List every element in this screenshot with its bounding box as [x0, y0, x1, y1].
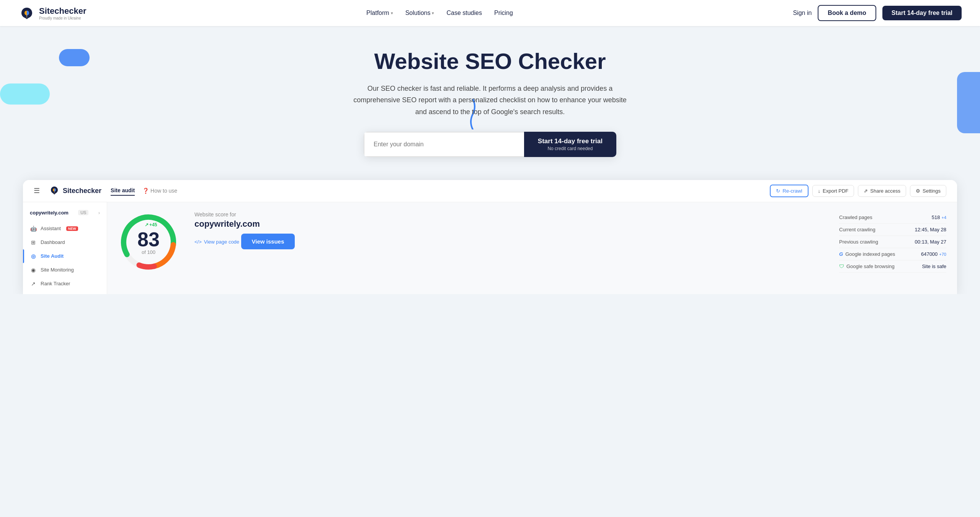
stat-google-indexed: G Google indexed pages 647000+70 [839, 248, 946, 260]
hero-description: Our SEO checker is fast and reliable. It… [352, 83, 628, 118]
recrawl-button[interactable]: ↻ Re-crawl [770, 185, 808, 197]
chevron-down-icon: ▾ [432, 11, 434, 16]
settings-button[interactable]: ⚙ Settings [910, 185, 946, 197]
sidebar: copywritely.com US › 🤖 Assistant NEW ⊞ D… [23, 202, 107, 294]
hamburger-icon[interactable]: ☰ [34, 187, 40, 195]
score-number: 83 [137, 229, 160, 249]
nav-actions: Sign in Book a demo Start 14-day free tr… [793, 5, 962, 21]
score-trend: ↗ +45 [145, 222, 157, 227]
audit-icon: ◎ [30, 253, 37, 260]
logo-icon [18, 5, 35, 21]
sidebar-site-row[interactable]: copywritely.com US › [23, 207, 107, 219]
brand-name: Sitechecker [39, 6, 87, 16]
tab-how-to-use[interactable]: ❓ How to use [142, 188, 177, 194]
stats-panel: Crawled pages 518+4 Current crawling 12:… [839, 211, 946, 273]
sidebar-site-name: copywritely.com [30, 210, 69, 216]
hero-section: Website SEO Checker Our SEO checker is f… [0, 26, 980, 172]
stat-previous-crawling: Previous crawling 00:13, May 27 [839, 236, 946, 248]
score-section: 83 of 100 ↗ +45 Website score for copywr… [118, 211, 946, 273]
dashboard-topbar: ☰ Sitechecker Site audit ❓ How to use [23, 180, 957, 202]
trend-up-icon: ↗ [145, 222, 149, 227]
brand-sub: Proudly made in Ukraine [39, 16, 87, 20]
hero-title: Website SEO Checker [8, 49, 972, 74]
shield-icon: 🛡 [839, 263, 844, 269]
score-info: Website score for copywritely.com </> Vi… [194, 211, 824, 251]
score-site-name: copywritely.com [194, 219, 824, 229]
score-center: 83 of 100 [137, 229, 160, 255]
rank-icon: ↗ [30, 280, 37, 287]
sidebar-item-assistant[interactable]: 🤖 Assistant NEW [23, 222, 107, 236]
dashboard-logo: Sitechecker [49, 185, 101, 196]
sidebar-item-rank-tracker[interactable]: ↗ Rank Tracker [23, 277, 107, 291]
dashboard-tabs: Site audit ❓ How to use [111, 186, 177, 196]
help-circle-icon: ❓ [142, 188, 149, 194]
hero-input-row: Start 14-day free trial No credit card n… [364, 132, 616, 157]
dashboard-main: 83 of 100 ↗ +45 Website score for copywr… [107, 202, 957, 294]
chevron-right-icon: › [98, 210, 100, 216]
stat-current-crawling: Current crawling 12:45, May 28 [839, 224, 946, 236]
hero-decoration-blob2 [0, 83, 50, 105]
nav-case-studies[interactable]: Case studies [446, 10, 482, 16]
score-circle: 83 of 100 ↗ +45 [118, 211, 179, 273]
hero-cta-button[interactable]: Start 14-day free trial No credit card n… [524, 132, 616, 157]
share-icon: ⇗ [864, 188, 868, 194]
sign-in-button[interactable]: Sign in [793, 10, 812, 16]
stat-safe-browsing: 🛡 Google safe browsing Site is safe [839, 260, 946, 273]
dashboard-card: ☰ Sitechecker Site audit ❓ How to use [23, 180, 957, 294]
view-page-code-link[interactable]: </> View page code [194, 239, 239, 245]
monitoring-icon: ◉ [30, 267, 37, 273]
sidebar-item-site-monitoring[interactable]: ◉ Site Monitoring [23, 263, 107, 277]
assistant-icon: 🤖 [30, 225, 37, 232]
sidebar-item-site-audit[interactable]: ◎ Site Audit [23, 249, 107, 263]
gear-icon: ⚙ [916, 188, 920, 194]
domain-input[interactable] [364, 132, 524, 157]
book-demo-button[interactable]: Book a demo [818, 5, 876, 21]
score-site-label: Website score for [194, 211, 824, 218]
topbar-right: ↻ Re-crawl ↓ Export PDF ⇗ Share access ⚙… [770, 185, 946, 197]
dashboard-icon: ⊞ [30, 239, 37, 246]
code-icon: </> [194, 239, 202, 245]
dashboard-preview: ☰ Sitechecker Site audit ❓ How to use [0, 172, 980, 294]
google-icon: G [839, 251, 843, 257]
topbar-left: ☰ Sitechecker Site audit ❓ How to use [34, 185, 177, 196]
share-access-button[interactable]: ⇗ Share access [858, 185, 906, 197]
navbar: Sitechecker Proudly made in Ukraine Plat… [0, 0, 980, 26]
nav-solutions[interactable]: Solutions ▾ [405, 10, 434, 16]
logo[interactable]: Sitechecker Proudly made in Ukraine [18, 5, 87, 21]
export-pdf-button[interactable]: ↓ Export PDF [812, 185, 854, 197]
start-trial-button[interactable]: Start 14-day free trial [882, 6, 962, 20]
hero-decoration-blob3 [957, 72, 980, 133]
nav-platform[interactable]: Platform ▾ [366, 10, 393, 16]
nav-pricing[interactable]: Pricing [494, 10, 513, 16]
stat-crawled-pages: Crawled pages 518+4 [839, 211, 946, 224]
sidebar-site-region: US [78, 210, 88, 215]
sidebar-item-dashboard[interactable]: ⊞ Dashboard [23, 236, 107, 249]
dashboard-logo-icon [49, 185, 60, 196]
nav-links: Platform ▾ Solutions ▾ Case studies Pric… [366, 10, 513, 16]
recrawl-icon: ↻ [776, 188, 780, 194]
new-badge: NEW [66, 226, 78, 231]
download-icon: ↓ [818, 188, 821, 194]
dashboard-body: copywritely.com US › 🤖 Assistant NEW ⊞ D… [23, 202, 957, 294]
view-issues-button[interactable]: View issues [241, 234, 295, 249]
chevron-down-icon: ▾ [391, 11, 393, 16]
tab-site-audit[interactable]: Site audit [111, 186, 135, 196]
